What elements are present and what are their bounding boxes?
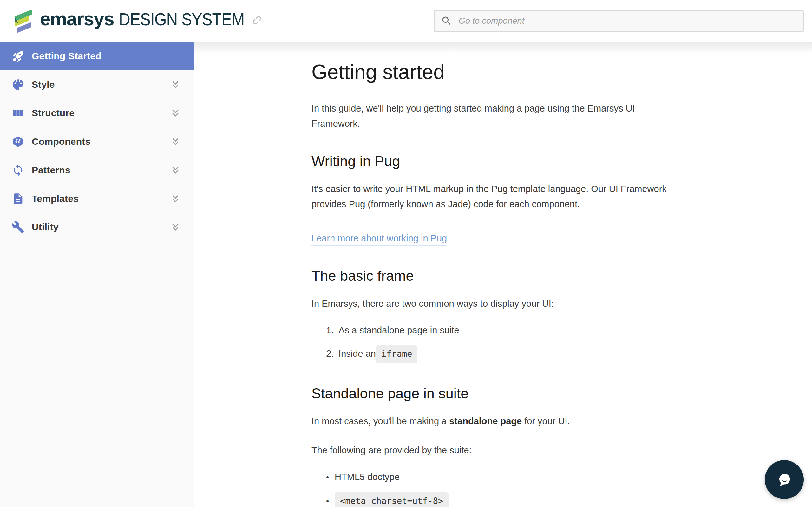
sidebar-item-label: Templates bbox=[32, 193, 79, 204]
sidebar-item-label: Getting Started bbox=[32, 51, 101, 61]
logo-brand-text: emarsys bbox=[40, 8, 114, 30]
permalink-icon[interactable] bbox=[251, 14, 263, 27]
learn-pug-link[interactable]: Learn more about working in Pug bbox=[311, 233, 447, 245]
palette-icon bbox=[11, 78, 25, 91]
list-item-text: HTML5 doctype bbox=[335, 469, 400, 485]
search-icon bbox=[441, 15, 452, 26]
grid-icon bbox=[11, 107, 25, 120]
hexagon-icon bbox=[11, 135, 25, 148]
list-item-text: As a standalone page in suite bbox=[339, 323, 459, 338]
logo-suffix-text: DESIGN SYSTEM bbox=[119, 9, 244, 30]
component-search bbox=[434, 10, 804, 32]
document-icon bbox=[11, 192, 25, 205]
sidebar-item-components[interactable]: Components bbox=[0, 127, 194, 156]
sidebar-item-style[interactable]: Style bbox=[0, 70, 194, 99]
expand-chevrons-icon[interactable] bbox=[169, 107, 182, 119]
sidebar-item-utility[interactable]: Utility bbox=[0, 213, 194, 241]
section-heading-writing-in-pug: Writing in Pug bbox=[311, 152, 673, 170]
list-item: • <meta charset=utf-8> bbox=[326, 493, 673, 507]
standalone-paragraph: In most cases, you'll be making a standa… bbox=[311, 413, 673, 429]
expand-chevrons-icon[interactable] bbox=[169, 78, 182, 91]
frame-paragraph: In Emarsys, there are two common ways to… bbox=[311, 296, 673, 311]
sidebar-item-label: Style bbox=[32, 79, 55, 90]
sidebar-item-patterns[interactable]: Patterns bbox=[0, 156, 194, 184]
inline-code-chip: <meta charset=utf-8> bbox=[335, 493, 449, 507]
list-item: 2. Inside an iframe bbox=[326, 345, 673, 363]
wrench-icon bbox=[11, 221, 25, 234]
chat-widget-button[interactable] bbox=[765, 460, 804, 499]
section-heading-standalone: Standalone page in suite bbox=[311, 384, 673, 403]
bullet-marker: • bbox=[326, 469, 329, 485]
expand-chevrons-icon[interactable] bbox=[169, 135, 182, 148]
expand-chevrons-icon[interactable] bbox=[169, 221, 182, 233]
list-item: 1. As a standalone page in suite bbox=[326, 323, 673, 338]
emarsys-logo-mark-icon bbox=[13, 8, 33, 34]
sidebar-item-label: Components bbox=[32, 136, 90, 147]
rocket-icon bbox=[11, 49, 25, 63]
ordered-list: 1. As a standalone page in suite 2. Insi… bbox=[311, 323, 673, 363]
list-number: 1. bbox=[326, 323, 334, 338]
sync-icon bbox=[11, 164, 25, 177]
bullet-list: • HTML5 doctype • <meta charset=utf-8> bbox=[311, 469, 673, 507]
sidebar-item-label: Utility bbox=[32, 222, 59, 233]
app-header: emarsys DESIGN SYSTEM bbox=[0, 0, 812, 42]
sidebar: Getting Started Style Structure Co bbox=[0, 42, 194, 507]
sidebar-item-label: Patterns bbox=[32, 165, 70, 176]
list-item-text: Inside an bbox=[339, 346, 376, 361]
expand-chevrons-icon[interactable] bbox=[169, 164, 182, 176]
page-title: Getting started bbox=[311, 60, 673, 84]
expand-chevrons-icon[interactable] bbox=[169, 193, 182, 205]
chat-bubble-icon bbox=[773, 469, 796, 491]
bold-text: standalone page bbox=[449, 416, 522, 426]
logo[interactable]: emarsys DESIGN SYSTEM bbox=[13, 8, 243, 34]
inline-code-chip: iframe bbox=[376, 345, 418, 363]
list-number: 2. bbox=[326, 346, 334, 361]
pug-paragraph: It's easier to write your HTML markup in… bbox=[311, 181, 673, 212]
bullet-marker: • bbox=[326, 493, 329, 507]
provided-paragraph: The following are provided by the suite: bbox=[311, 443, 673, 458]
link-row: Learn more about working in Pug bbox=[311, 231, 673, 246]
intro-paragraph: In this guide, we'll help you getting st… bbox=[311, 101, 673, 131]
sidebar-item-templates[interactable]: Templates bbox=[0, 184, 194, 213]
search-input[interactable] bbox=[458, 11, 797, 31]
main-content: Getting started In this guide, we'll hel… bbox=[194, 42, 812, 507]
sidebar-item-structure[interactable]: Structure bbox=[0, 99, 194, 127]
list-item: • HTML5 doctype bbox=[326, 469, 673, 485]
section-heading-basic-frame: The basic frame bbox=[311, 267, 673, 285]
sidebar-item-label: Structure bbox=[32, 108, 74, 118]
sidebar-item-getting-started[interactable]: Getting Started bbox=[0, 42, 194, 70]
